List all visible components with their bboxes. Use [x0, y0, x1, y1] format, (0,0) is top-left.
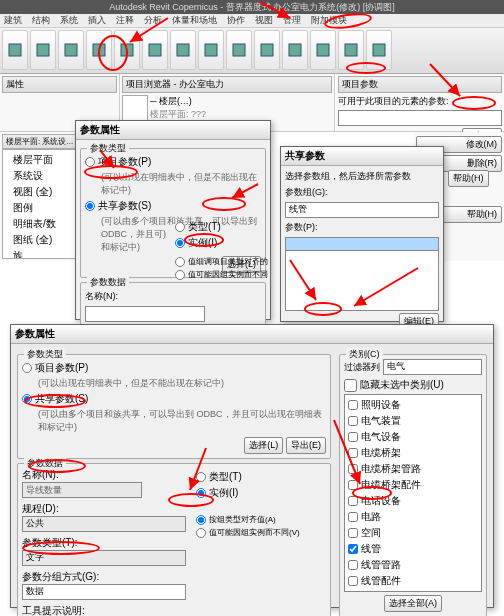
radio-type[interactable] [175, 222, 185, 232]
ribbon-tabs: 建筑 结构 系统 插入 注释 分析 体量和场地 协作 视图 管理 附加模块 [0, 14, 504, 28]
fld-name2 [22, 482, 142, 498]
ribbon-btn[interactable] [114, 30, 140, 70]
chk-hide[interactable] [344, 379, 357, 392]
combo-group2[interactable]: 数据 [22, 584, 186, 600]
svg-rect-6 [177, 44, 189, 56]
param-list-selected[interactable] [285, 237, 439, 251]
tab[interactable]: 系统 [60, 14, 78, 27]
combo-disc2[interactable]: 公共 [22, 516, 186, 532]
tab[interactable]: 体量和场地 [172, 14, 217, 27]
radio-shared[interactable] [85, 201, 95, 211]
dlg-param-props-2: 参数属性 参数类型 项目参数(P) (可以出现在明细表中，但是不能出现在标记中)… [10, 324, 494, 608]
ribbon-btn[interactable] [30, 30, 56, 70]
radio-proj2[interactable] [22, 363, 32, 373]
dlg1-title: 参数属性 [76, 121, 270, 140]
category-list[interactable]: 照明设备电气装置电气设备电缆桥架电缆桥架管路电缆桥架配件电话设备电路空间线管线管… [344, 394, 482, 592]
ribbon-btn[interactable] [58, 30, 84, 70]
properties-header: 属性 [2, 76, 117, 93]
combo-filter[interactable]: 电气 [383, 359, 482, 375]
cat-item[interactable]: 电路 [347, 509, 479, 525]
cat-item[interactable]: 线管 [347, 541, 479, 557]
ribbon-btn[interactable] [254, 30, 280, 70]
svg-rect-12 [345, 44, 357, 56]
dlg2-title: 共享参数 [281, 147, 443, 166]
svg-rect-11 [317, 44, 329, 56]
svg-rect-1 [37, 44, 49, 56]
cat-item[interactable]: 电缆桥架管路 [347, 461, 479, 477]
cat-item[interactable]: 电缆桥架配件 [347, 477, 479, 493]
tab[interactable]: 插入 [88, 14, 106, 27]
cat-item[interactable]: 照明设备 [347, 397, 479, 413]
cat-item[interactable]: 空间 [347, 525, 479, 541]
btn-export[interactable]: 导出(E) [286, 437, 326, 454]
svg-rect-4 [121, 44, 133, 56]
cat-item[interactable]: 线管配件 [347, 573, 479, 589]
svg-rect-7 [205, 44, 217, 56]
tab[interactable]: 建筑 [4, 14, 22, 27]
cat-item[interactable]: 电缆桥架 [347, 445, 479, 461]
radio-proj[interactable] [85, 157, 95, 167]
cat-item[interactable]: 电话设备 [347, 493, 479, 509]
ribbon-btn[interactable] [310, 30, 336, 70]
cat-item[interactable]: 组成部分 [347, 589, 479, 592]
proj-param-header: 项目参数 [338, 76, 502, 93]
svg-rect-3 [93, 44, 105, 56]
tab[interactable]: 注释 [116, 14, 134, 27]
ribbon-btn[interactable] [226, 30, 252, 70]
ribbon-btn[interactable] [366, 30, 392, 70]
ribbon [0, 28, 504, 74]
radio-type2[interactable] [196, 472, 206, 482]
combo-pgroup[interactable]: 线管 [285, 202, 439, 218]
svg-rect-13 [373, 44, 385, 56]
tab[interactable]: 管理 [283, 14, 301, 27]
ribbon-btn[interactable] [170, 30, 196, 70]
svg-rect-8 [233, 44, 245, 56]
tab[interactable]: 分析 [144, 14, 162, 27]
dlg-shared-param: 共享参数 选择参数组，然后选择所需参数 参数组(G): 线管 参数(P): 编辑… [280, 146, 444, 322]
cat-item[interactable]: 电气装置 [347, 413, 479, 429]
tab[interactable]: 协作 [227, 14, 245, 27]
svg-rect-9 [261, 44, 273, 56]
btn-select-all[interactable]: 选择全部(A) [384, 595, 442, 612]
ribbon-btn[interactable] [142, 30, 168, 70]
radio-inst[interactable] [175, 238, 185, 248]
browser-header: 项目浏览器 - 办公室电力 [122, 76, 332, 93]
app-titlebar: Autodesk Revit Copernicus - 普界器度式 办公室电力系… [0, 0, 504, 14]
proj-param-hint: 可用于此项目的元素的参数: [338, 95, 502, 108]
ribbon-btn[interactable] [198, 30, 224, 70]
radio-inst2[interactable] [196, 488, 206, 498]
ribbon-btn[interactable] [86, 30, 112, 70]
cat-item[interactable]: 电气设备 [347, 429, 479, 445]
radio-shared2[interactable] [22, 394, 32, 404]
svg-rect-10 [289, 44, 301, 56]
tab[interactable]: 附加模块 [311, 14, 347, 27]
svg-rect-2 [65, 44, 77, 56]
svg-rect-5 [149, 44, 161, 56]
svg-rect-0 [9, 44, 21, 56]
ribbon-btn[interactable] [282, 30, 308, 70]
btn-help2[interactable]: 帮助(H) [448, 170, 489, 187]
ribbon-btn[interactable] [338, 30, 364, 70]
dlg3-title: 参数属性 [11, 325, 493, 344]
cat-item[interactable]: 线管管路 [347, 557, 479, 573]
combo-ptype2[interactable]: 文字 [22, 550, 186, 566]
tab[interactable]: 结构 [32, 14, 50, 27]
ribbon-btn[interactable] [2, 30, 28, 70]
btn-select2[interactable]: 选择(L) [244, 437, 283, 454]
tab[interactable]: 视图 [255, 14, 273, 27]
